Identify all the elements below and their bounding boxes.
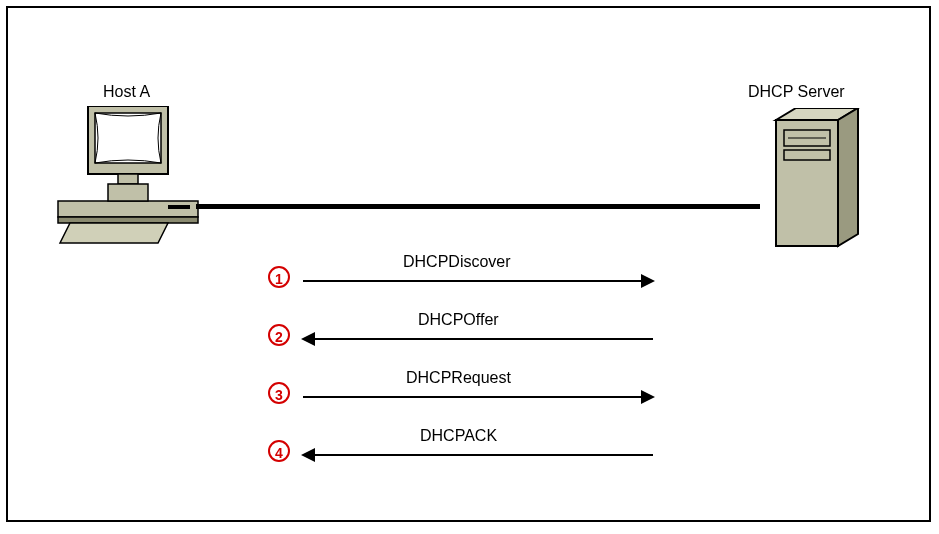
server-icon bbox=[758, 108, 868, 258]
step-2-arrow bbox=[303, 338, 653, 340]
step-3-arrow bbox=[303, 396, 653, 398]
step-3-number: 3 bbox=[268, 382, 290, 404]
server-label: DHCP Server bbox=[748, 83, 845, 101]
svg-marker-2 bbox=[60, 223, 168, 243]
svg-marker-10 bbox=[838, 108, 858, 246]
step-4-arrow bbox=[303, 454, 653, 456]
svg-rect-7 bbox=[168, 205, 190, 209]
svg-rect-5 bbox=[118, 174, 138, 184]
step-1-number: 1 bbox=[268, 266, 290, 288]
step-4-number: 4 bbox=[268, 440, 290, 462]
svg-rect-4 bbox=[95, 113, 161, 163]
svg-rect-1 bbox=[58, 217, 198, 223]
step-1-arrow bbox=[303, 280, 653, 282]
step-2-number: 2 bbox=[268, 324, 290, 346]
svg-rect-6 bbox=[108, 184, 148, 201]
step-4-label: DHCPACK bbox=[420, 427, 497, 445]
svg-rect-12 bbox=[784, 150, 830, 160]
connection-wire bbox=[196, 204, 760, 209]
step-1-label: DHCPDiscover bbox=[403, 253, 511, 271]
host-label: Host A bbox=[103, 83, 150, 101]
step-3-label: DHCPRequest bbox=[406, 369, 511, 387]
step-2-label: DHCPOffer bbox=[418, 311, 499, 329]
diagram-frame: Host A DHCP Server 1 bbox=[6, 6, 931, 522]
computer-icon bbox=[48, 106, 208, 246]
